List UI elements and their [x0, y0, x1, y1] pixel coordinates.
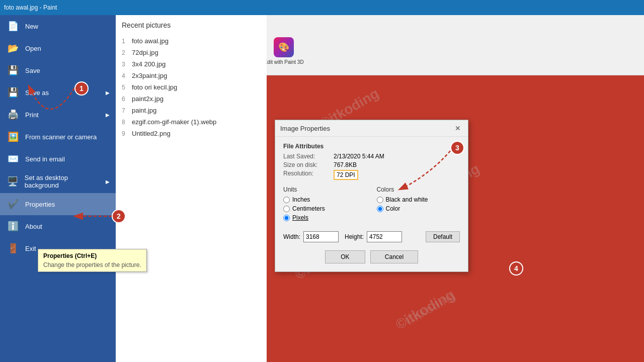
recent-item-8[interactable]: 8 ezgif.com-gif-maker (1).webp: [122, 116, 261, 128]
dialog-buttons: OK Cancel: [283, 250, 460, 265]
step-1-label: 1: [79, 84, 84, 93]
email-icon: ✉️: [6, 152, 20, 166]
radio-pixels-label: Pixels: [292, 214, 308, 221]
menu-item-properties[interactable]: ✔️ Properties: [0, 193, 116, 215]
dialog-options: Units Inches Centimeters Pixels Colors: [283, 186, 460, 223]
recent-item-5[interactable]: 5 foto ori kecil.jpg: [122, 81, 261, 93]
dialog-body: File Attributes Last Saved: 2/13/2020 5:…: [275, 137, 468, 272]
height-input[interactable]: [367, 231, 402, 242]
title-bar-title: foto awal.jpg - Paint: [4, 4, 57, 11]
recent-num-7: 7: [122, 107, 129, 114]
menu-item-save-label: Save: [25, 67, 40, 74]
radio-centimeters[interactable]: Centimeters: [283, 205, 367, 212]
radio-color-label: Color: [386, 205, 400, 212]
file-menu-overlay: 📄 New 📂 Open 💾 Save 💾 Save as ▶ 🖨️ Print…: [0, 15, 267, 362]
radio-inches-input[interactable]: [283, 197, 290, 203]
recent-name-3: 3x4 200.jpg: [132, 60, 166, 68]
recent-name-8: ezgif.com-gif-maker (1).webp: [132, 118, 216, 126]
exit-icon: 🚪: [6, 241, 20, 255]
menu-item-email[interactable]: ✉️ Send in email: [0, 148, 116, 170]
file-attrs-title: File Attributes: [283, 143, 460, 150]
recent-item-2[interactable]: 2 72dpi.jpg: [122, 47, 261, 58]
recent-title: Recent pictures: [122, 21, 261, 29]
dialog-close-button[interactable]: ✕: [453, 123, 463, 133]
tooltip-title: Properties (Ctrl+E): [43, 252, 141, 259]
resolution-value: 72 DPI: [334, 170, 358, 180]
step-3-label: 3: [455, 144, 459, 152]
radio-bw-input[interactable]: [377, 197, 383, 203]
radio-inches[interactable]: Inches: [283, 196, 367, 203]
units-group: Units Inches Centimeters Pixels: [283, 186, 367, 223]
width-field: Width:: [283, 231, 339, 242]
file-menu-left: 📄 New 📂 Open 💾 Save 💾 Save as ▶ 🖨️ Print…: [0, 15, 116, 362]
menu-item-new-label: New: [25, 23, 38, 30]
menu-item-print[interactable]: 🖨️ Print ▶: [0, 104, 116, 126]
tooltip-desc: Change the properties of the picture.: [43, 261, 141, 268]
recent-name-1: foto awal.jpg: [132, 37, 169, 45]
recent-num-2: 2: [122, 49, 129, 56]
recent-item-6[interactable]: 6 paint2x.jpg: [122, 93, 261, 105]
recent-panel: Recent pictures 1 foto awal.jpg 2 72dpi.…: [116, 15, 267, 362]
recent-name-7: paint.jpg: [132, 107, 156, 114]
about-icon: ℹ️: [6, 219, 20, 233]
last-saved-value: 2/13/2020 5:44 AM: [334, 153, 384, 160]
height-label: Height:: [345, 233, 364, 240]
resolution-label: Resolution:: [283, 170, 334, 180]
properties-icon: ✔️: [6, 197, 20, 211]
radio-centimeters-input[interactable]: [283, 206, 290, 212]
recent-num-9: 9: [122, 130, 129, 137]
recent-num-8: 8: [122, 119, 129, 126]
menu-item-open[interactable]: 📂 Open: [0, 37, 116, 59]
menu-item-scanner-label: From scanner or camera: [25, 133, 97, 141]
recent-num-6: 6: [122, 96, 129, 103]
recent-item-7[interactable]: 7 paint.jpg: [122, 105, 261, 116]
dialog-dimensions: Width: Height: Default: [283, 231, 460, 242]
step-1-circle: 1: [74, 81, 89, 96]
colors-group: Colors Black and white Color: [377, 186, 460, 223]
scanner-icon: 🖼️: [6, 130, 20, 144]
menu-item-save-as[interactable]: 💾 Save as ▶: [0, 81, 116, 104]
size-on-disk-row: Size on disk: 767.8KB: [283, 161, 460, 168]
radio-color[interactable]: Color: [377, 205, 460, 212]
save-as-arrow: ▶: [106, 90, 110, 96]
edit-with-paint3d-button[interactable]: 🎨 Edit with Paint 3D: [262, 35, 306, 67]
height-field: Height:: [345, 231, 402, 242]
menu-item-scanner[interactable]: 🖼️ From scanner or camera: [0, 126, 116, 148]
step-2-circle: 2: [112, 209, 126, 223]
open-icon: 📂: [6, 41, 20, 55]
recent-item-4[interactable]: 4 2x3paint.jpg: [122, 70, 261, 81]
recent-item-1[interactable]: 1 foto awal.jpg: [122, 35, 261, 47]
recent-num-4: 4: [122, 72, 129, 79]
desktop-bg-arrow: ▶: [106, 179, 110, 185]
file-attributes-section: File Attributes Last Saved: 2/13/2020 5:…: [283, 143, 460, 180]
radio-bw-label: Black and white: [386, 196, 428, 203]
radio-color-input[interactable]: [377, 206, 383, 212]
menu-item-desktop-bg[interactable]: 🖥️ Set as desktop background ▶: [0, 170, 116, 193]
menu-item-print-label: Print: [25, 111, 39, 119]
menu-item-about[interactable]: ℹ️ About: [0, 215, 116, 237]
menu-item-desktop-bg-label: Set as desktop background: [25, 174, 101, 189]
size-on-disk-value: 767.8KB: [334, 161, 357, 168]
recent-name-9: Untitled2.png: [132, 130, 171, 137]
ok-button[interactable]: OK: [325, 250, 365, 263]
menu-item-save[interactable]: 💾 Save: [0, 59, 116, 81]
menu-item-save-as-label: Save as: [25, 89, 49, 97]
radio-pixels[interactable]: Pixels: [283, 214, 367, 221]
width-input[interactable]: [303, 231, 339, 242]
radio-bw[interactable]: Black and white: [377, 196, 460, 203]
width-label: Width:: [283, 233, 300, 240]
watermark-4: ©itkoding: [393, 287, 457, 333]
default-button[interactable]: Default: [426, 231, 460, 242]
recent-item-9[interactable]: 9 Untitled2.png: [122, 128, 261, 139]
radio-pixels-input[interactable]: [283, 215, 290, 221]
resolution-row: Resolution: 72 DPI: [283, 170, 460, 180]
radio-centimeters-label: Centimeters: [292, 205, 325, 212]
cancel-button[interactable]: Cancel: [370, 250, 418, 263]
menu-item-email-label: Send in email: [25, 155, 65, 163]
radio-inches-label: Inches: [292, 196, 310, 203]
menu-item-new[interactable]: 📄 New: [0, 15, 116, 37]
image-properties-dialog: Image Properties ✕ File Attributes Last …: [275, 120, 468, 272]
recent-item-3[interactable]: 3 3x4 200.jpg: [122, 58, 261, 70]
print-arrow: ▶: [106, 112, 110, 118]
menu-item-properties-label: Properties: [25, 201, 55, 208]
